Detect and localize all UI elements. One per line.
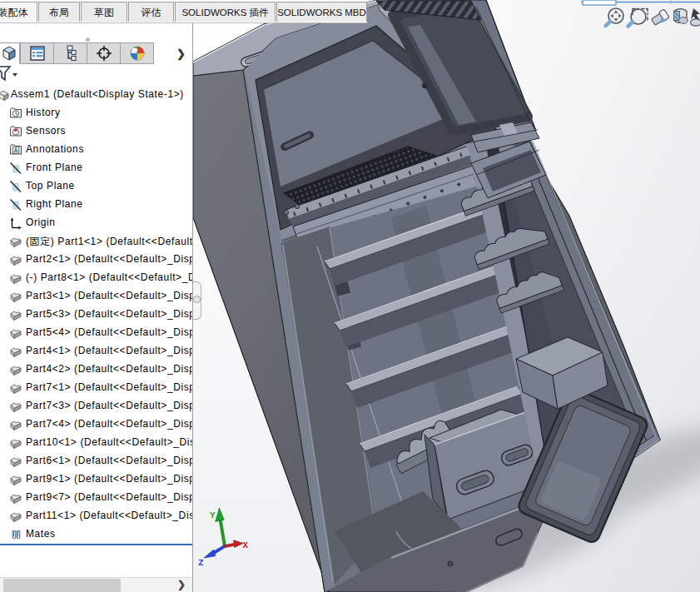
svg-text:A: A [13, 147, 18, 154]
